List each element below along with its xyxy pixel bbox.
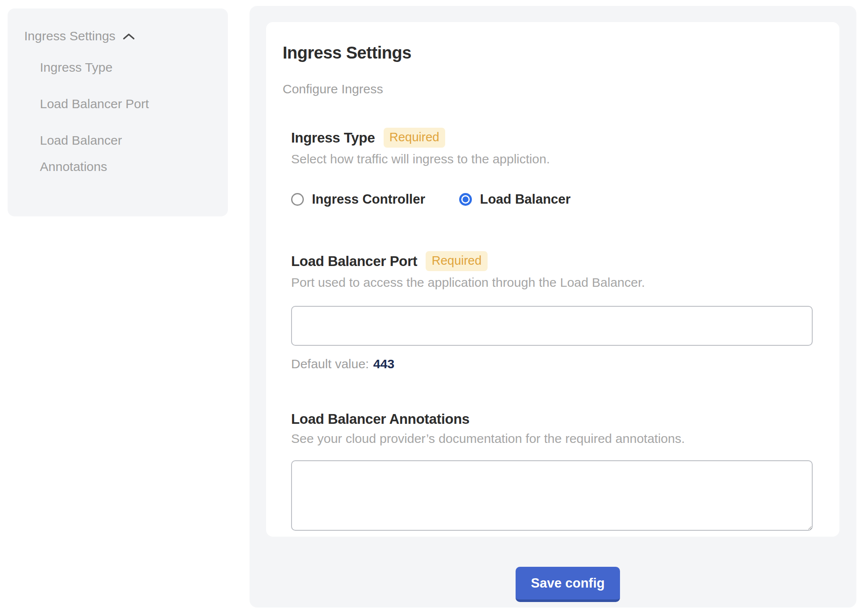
sidebar-item-ingress-type[interactable]: Ingress Type [40, 54, 163, 81]
section-description-load-balancer-annotations: See your cloud provider’s documentation … [291, 431, 814, 446]
section-load-balancer-port: Load Balancer Port Required Port used to… [291, 251, 814, 371]
default-value-label: Default value: [291, 357, 369, 371]
default-value-helper: Default value:443 [291, 357, 814, 371]
section-description-load-balancer-port: Port used to access the application thro… [291, 275, 814, 290]
load-balancer-port-input[interactable] [291, 306, 813, 346]
sidebar-section-title: Ingress Settings [24, 29, 115, 43]
sidebar-item-load-balancer-annotations[interactable]: Load Balancer Annotations [40, 127, 163, 180]
section-load-balancer-annotations: Load Balancer Annotations See your cloud… [291, 411, 814, 531]
form-sections: Ingress Type Required Select how traffic… [291, 128, 814, 531]
settings-sidebar: Ingress Settings Ingress Type Load Balan… [8, 8, 228, 216]
annotations-textarea[interactable] [291, 460, 813, 531]
required-badge: Required [384, 128, 446, 148]
radio-option-load-balancer[interactable]: Load Balancer [459, 192, 571, 207]
sidebar-nav: Ingress Type Load Balancer Port Load Bal… [40, 54, 163, 180]
ingress-settings-card: Ingress Settings Configure Ingress Ingre… [266, 22, 839, 537]
section-ingress-type: Ingress Type Required Select how traffic… [291, 128, 814, 207]
default-value-number: 443 [373, 357, 394, 371]
main-panel: Ingress Settings Configure Ingress Ingre… [250, 6, 856, 608]
required-badge: Required [426, 251, 488, 271]
page-subtitle: Configure Ingress [283, 82, 814, 96]
sidebar-section-header[interactable]: Ingress Settings [24, 28, 215, 44]
section-title-load-balancer-port: Load Balancer Port [291, 253, 417, 269]
radio-label-ingress-controller: Ingress Controller [312, 192, 425, 207]
radio-option-ingress-controller[interactable]: Ingress Controller [291, 192, 425, 207]
section-title-ingress-type: Ingress Type [291, 130, 375, 146]
page-title: Ingress Settings [283, 43, 814, 62]
section-title-load-balancer-annotations: Load Balancer Annotations [291, 411, 469, 427]
save-config-button[interactable]: Save config [516, 567, 620, 602]
radio-label-load-balancer: Load Balancer [480, 192, 571, 207]
radio-icon-ingress-controller[interactable] [291, 193, 304, 206]
sidebar-item-load-balancer-port[interactable]: Load Balancer Port [40, 91, 163, 117]
ingress-type-radio-group: Ingress Controller Load Balancer [291, 192, 814, 207]
radio-icon-load-balancer[interactable] [459, 193, 472, 206]
section-description-ingress-type: Select how traffic will ingress to the a… [291, 152, 814, 166]
chevron-up-icon [122, 30, 135, 44]
